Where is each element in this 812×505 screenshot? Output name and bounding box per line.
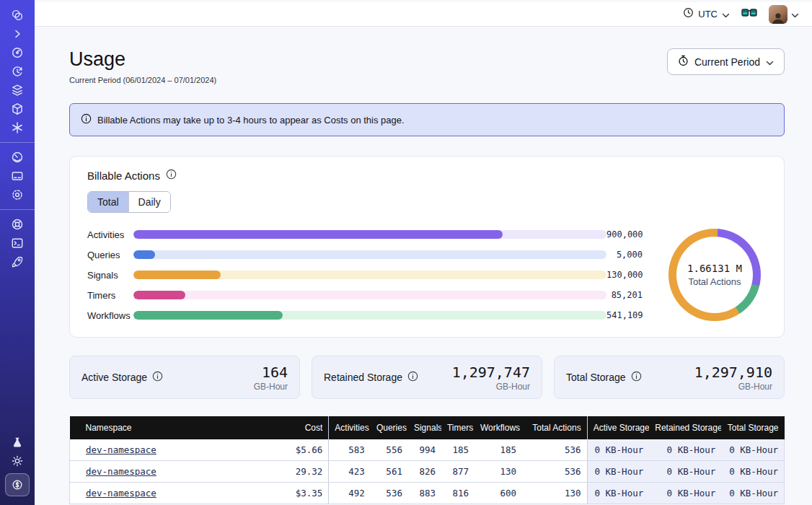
clock-icon <box>683 7 694 21</box>
avatar <box>769 5 787 24</box>
total-storage-label: Total Storage <box>566 372 626 383</box>
retained-storage-cell: 0 KB-Hour <box>649 483 721 504</box>
info-icon[interactable] <box>407 371 418 384</box>
storage-cards: Active Storage 164 GB-Hour Retained Stor… <box>69 356 785 399</box>
task-queues-layers-icon[interactable] <box>5 81 30 100</box>
bar-value: 900,000 <box>606 229 643 240</box>
bar-fill <box>133 230 503 239</box>
activities-cell: 423 <box>329 461 371 483</box>
expand-sidebar-chevron-icon[interactable] <box>5 25 30 43</box>
timezone-label: UTC <box>698 9 718 19</box>
activities-cell: 492 <box>329 483 371 504</box>
tab-total[interactable]: Total <box>88 192 128 212</box>
workflows-cell: 130 <box>475 461 522 483</box>
timers-cell: 877 <box>441 461 475 483</box>
col-total-actions: Total Actions <box>522 416 587 439</box>
info-icon[interactable] <box>166 169 177 182</box>
total-storage-unit: GB-Hour <box>694 382 772 392</box>
timers-cell: 185 <box>441 439 475 461</box>
namespace-link[interactable]: dev-namespace <box>86 488 156 499</box>
bar-label: Queries <box>87 250 133 260</box>
billable-actions-title: Billable Actions <box>87 170 160 182</box>
temporal-logo-icon[interactable] <box>5 6 30 25</box>
bar-label: Timers <box>87 290 133 301</box>
total-actions-cell: 536 <box>522 439 587 461</box>
signals-cell: 883 <box>408 483 441 504</box>
period-button-label: Current Period <box>694 56 760 68</box>
info-banner: Billable Actions may take up to 3-4 hour… <box>69 103 785 136</box>
col-activities: Activities <box>329 416 371 439</box>
cost-cell: $5.66 <box>257 439 329 461</box>
rocket-icon[interactable] <box>5 252 30 271</box>
chevron-down-icon <box>766 56 774 68</box>
billable-actions-chart: Activities 900,000 Queries 5,000 Signals… <box>87 229 767 321</box>
timezone-selector[interactable]: UTC <box>683 7 730 21</box>
cost-cell: $3.35 <box>257 483 329 504</box>
namespace-link[interactable]: dev-namespace <box>86 444 156 455</box>
terminal-icon[interactable] <box>5 234 30 252</box>
info-icon[interactable] <box>631 371 642 384</box>
support-lifebuoy-icon[interactable] <box>5 215 30 234</box>
total-actions-cell: 130 <box>522 483 587 504</box>
account-menu[interactable] <box>769 5 799 24</box>
bar-row-queries: Queries 5,000 <box>87 250 643 260</box>
retained-storage-card: Retained Storage 1,297,747 GB-Hour <box>312 356 542 399</box>
bar-fill <box>133 271 221 279</box>
top-bar: UTC <box>35 2 812 27</box>
col-workflows: Workflows <box>475 416 522 439</box>
table-row: dev-namespace $3.35 492 536 883 816 600 … <box>70 483 785 504</box>
col-retained-storage: Retained Storage <box>649 416 721 439</box>
info-icon[interactable] <box>152 371 163 384</box>
retained-storage-value: 1,297,747 <box>452 364 530 381</box>
namespace-link[interactable]: dev-namespace <box>86 466 156 477</box>
bar-fill <box>133 311 283 320</box>
schedules-clock-icon[interactable] <box>5 62 30 81</box>
lab-flask-icon[interactable] <box>5 433 30 452</box>
bar-value: 130,000 <box>606 270 643 280</box>
billing-card-icon[interactable] <box>5 167 30 185</box>
namespace-usage-table: Namespace Cost Activities Queries Signal… <box>69 416 785 504</box>
nexus-asterisk-icon[interactable] <box>5 118 30 137</box>
namespaces-icon[interactable] <box>5 43 30 62</box>
donut-total-value: 1.66131 M <box>687 263 742 274</box>
retained-storage-cell: 0 KB-Hour <box>649 439 721 461</box>
chevron-down-icon <box>791 8 799 21</box>
retained-storage-label: Retained Storage <box>324 372 402 383</box>
chevron-down-icon <box>722 8 730 21</box>
bar-fill <box>133 291 185 299</box>
bar-label: Workflows <box>87 310 133 321</box>
active-storage-cell: 0 KB-Hour <box>587 483 649 504</box>
bar-value: 541,109 <box>606 310 643 320</box>
bar-track <box>133 291 606 299</box>
usage-dollar-icon[interactable] <box>5 473 30 496</box>
billable-actions-card: Billable Actions Total Daily Activities … <box>69 156 785 338</box>
glasses-icon[interactable] <box>741 8 757 21</box>
total-actions-cell: 536 <box>522 461 587 483</box>
bar-row-workflows: Workflows 541,109 <box>87 310 643 321</box>
total-storage-card: Total Storage 1,297,910 GB-Hour <box>554 356 785 399</box>
col-queries: Queries <box>371 416 408 439</box>
active-storage-label: Active Storage <box>81 372 147 383</box>
active-storage-cell: 0 KB-Hour <box>587 461 649 483</box>
tab-daily[interactable]: Daily <box>128 192 170 212</box>
bar-row-timers: Timers 85,201 <box>87 290 643 301</box>
activities-cell: 583 <box>329 439 371 461</box>
bar-track <box>133 271 606 279</box>
signals-cell: 994 <box>408 439 441 461</box>
active-storage-unit: GB-Hour <box>254 382 288 392</box>
settings-gear-icon[interactable] <box>5 185 30 204</box>
period-dropdown-button[interactable]: Current Period <box>667 48 785 75</box>
col-signals: Signals <box>408 416 441 439</box>
bar-row-activities: Activities 900,000 <box>87 229 643 240</box>
metrics-gauge-icon[interactable] <box>5 148 30 167</box>
info-icon <box>81 113 92 126</box>
bar-label: Signals <box>87 270 133 281</box>
stopwatch-icon <box>678 55 689 69</box>
theme-sun-icon[interactable] <box>5 452 30 470</box>
bar-track <box>133 230 606 239</box>
timers-cell: 816 <box>441 483 475 504</box>
workflows-cell: 600 <box>475 483 522 504</box>
deployments-cube-icon[interactable] <box>5 100 30 118</box>
retained-storage-cell: 0 KB-Hour <box>649 461 721 483</box>
chart-view-tabs: Total Daily <box>87 191 171 213</box>
